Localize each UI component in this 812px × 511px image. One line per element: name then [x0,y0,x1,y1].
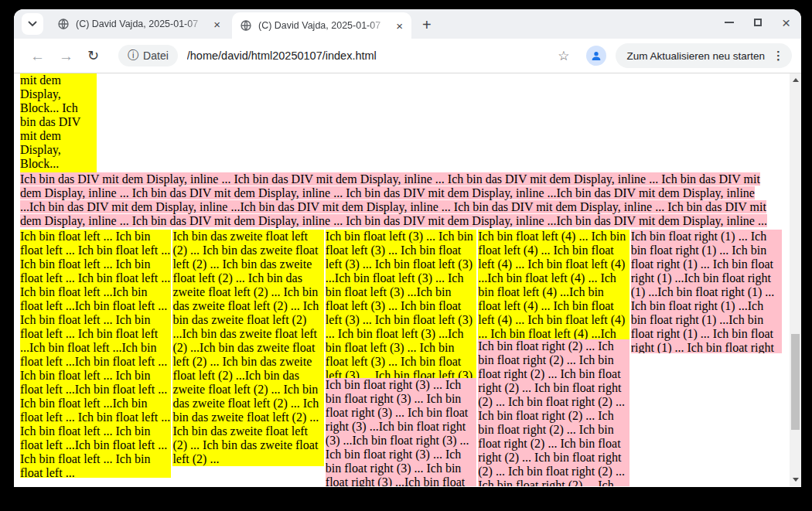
float-right-1-box: Ich bin float right (1) ... Ich bin floa… [631,230,782,353]
display-inline-paragraph: Ich bin das DIV mit dem Display, inline … [20,172,782,229]
page-viewport: mit dem Display, Block... Ich bin das DI… [14,73,801,486]
tab-search-button[interactable] [22,13,43,35]
tab-title: (C) David Vajda, 2025-01-07 [76,19,205,29]
info-icon: ⓘ [128,49,138,63]
scroll-up-button[interactable] [790,74,801,86]
vertical-scrollbar[interactable] [790,73,801,486]
address-bar[interactable]: /home/david/html20250107/index.html [187,49,550,62]
bookmark-star-icon[interactable]: ☆ [550,48,577,64]
browser-window: (C) David Vajda, 2025-01-07 × (C) David … [14,9,801,487]
forward-button[interactable]: → [52,49,80,63]
update-restart-button[interactable]: Zum Aktualisieren neu starten ⋮ [616,43,792,68]
tab-strip: (C) David Vajda, 2025-01-07 × (C) David … [14,9,801,39]
tab-title: (C) David Vajda, 2025-01-07 [258,20,387,31]
maximize-icon [754,19,762,26]
float-columns: Ich bin float left ... Ich bin float lef… [20,230,782,486]
file-chip-label: Datei [143,49,169,62]
display-block-box: mit dem Display, Block... Ich bin das DI… [20,73,97,172]
float-left-box: Ich bin float left ... Ich bin float lef… [20,230,171,478]
page-content: mit dem Display, Block... Ich bin das DI… [20,73,782,486]
tab-inactive[interactable]: (C) David Vajda, 2025-01-07 × [49,9,229,39]
float-column: Ich bin float left (4) ... Ich bin float… [478,230,629,486]
globe-icon [57,18,70,30]
minimize-icon [725,22,734,23]
float-column: Ich bin das zweite float left (2) ... Ic… [172,230,323,486]
window-controls: × [725,9,790,36]
browser-toolbar: ← → ↻ ⓘ Datei /home/david/html20250107/i… [14,39,801,73]
profile-avatar[interactable] [586,46,606,66]
float-column: Ich bin float left ... Ich bin float lef… [20,230,171,486]
float-left-3-box: Ich bin float left (3) ... Ich bin float… [326,230,476,378]
close-button[interactable]: × [782,15,790,30]
scrollbar-thumb[interactable] [791,334,800,430]
back-button[interactable]: ← [23,49,52,63]
person-icon [590,49,602,62]
update-restart-label: Zum Aktualisieren neu starten [626,50,765,62]
display-inline-span: Ich bin das DIV mit dem Display, inline … [20,172,767,227]
float-right-3-box: Ich bin float right (3) ... Ich bin floa… [326,378,476,486]
scroll-down-button[interactable] [790,474,801,485]
tab-active[interactable]: (C) David Vajda, 2025-01-07 × [232,12,411,39]
float-column: Ich bin float right (1) ... Ich bin floa… [631,230,782,486]
maximize-button[interactable] [754,19,762,26]
file-scheme-chip[interactable]: ⓘ Datei [118,45,178,66]
arrow-down-icon [793,478,799,482]
menu-dots-icon[interactable]: ⋮ [773,49,784,63]
globe-icon [240,19,252,32]
reload-button[interactable]: ↻ [80,47,106,64]
new-tab-button[interactable]: + [422,17,432,32]
minimize-button[interactable] [725,22,734,23]
tab-close-icon[interactable]: × [211,18,223,31]
float-right-2-box: Ich bin float right (2) ... Ich bin floa… [478,339,629,486]
chevron-down-icon [28,21,37,27]
second-float-left-box: Ich bin das zweite float left (2) ... Ic… [172,230,323,466]
float-column: Ich bin float left (3) ... Ich bin float… [326,230,476,486]
float-left-4-box: Ich bin float left (4) ... Ich bin float… [478,230,629,339]
arrow-up-icon [793,78,799,82]
tab-close-icon[interactable]: × [394,19,405,32]
